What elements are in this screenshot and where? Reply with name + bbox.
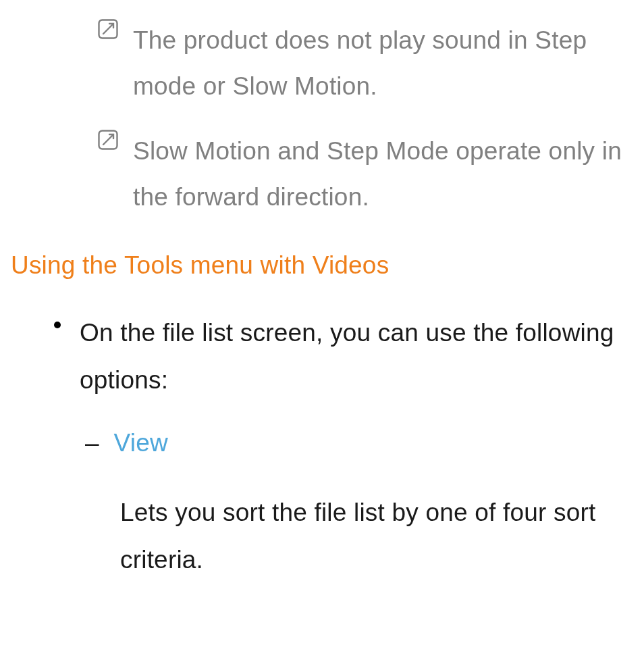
note-icon bbox=[98, 19, 118, 42]
option-view-description: Lets you sort the file list by one of fo… bbox=[120, 489, 637, 584]
dash-block: – View Lets you sort the file list by on… bbox=[85, 427, 637, 584]
bullet-block: On the file list screen, you can use the… bbox=[54, 309, 637, 584]
note-text: The product does not play sound in Step … bbox=[133, 18, 637, 109]
option-view-label: View bbox=[114, 427, 168, 459]
note-item: The product does not play sound in Step … bbox=[98, 18, 637, 109]
note-icon bbox=[98, 130, 118, 153]
bullet-text: On the file list screen, you can use the… bbox=[80, 309, 637, 404]
bullet-row: On the file list screen, you can use the… bbox=[54, 309, 637, 404]
svg-line-1 bbox=[103, 24, 113, 34]
section-heading: Using the Tools menu with Videos bbox=[11, 249, 637, 282]
dash-mark: – bbox=[85, 427, 99, 459]
bullet-icon bbox=[54, 322, 61, 328]
note-item: Slow Motion and Step Mode operate only i… bbox=[98, 128, 637, 220]
note-list: The product does not play sound in Step … bbox=[98, 18, 637, 220]
svg-line-3 bbox=[103, 135, 113, 145]
dash-row: – View bbox=[85, 427, 637, 459]
note-text: Slow Motion and Step Mode operate only i… bbox=[133, 128, 637, 220]
document-page: The product does not play sound in Step … bbox=[0, 18, 644, 604]
